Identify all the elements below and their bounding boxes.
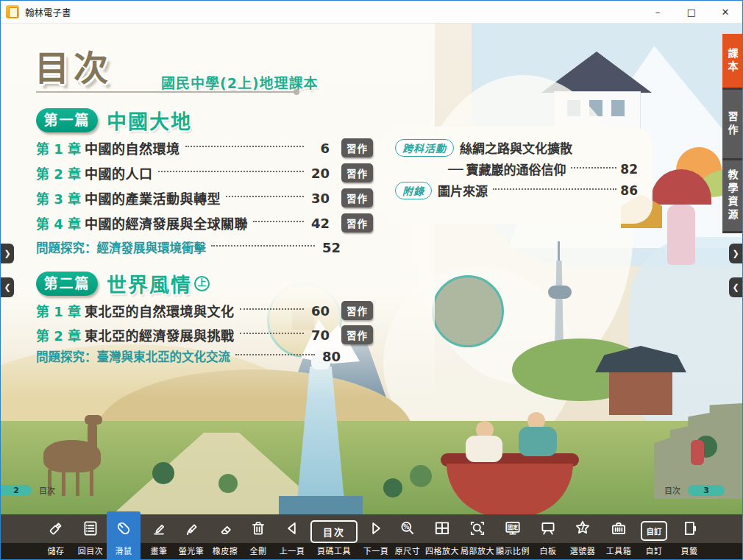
delete-all-button[interactable]: 全刪: [241, 514, 275, 559]
cross-curricular-entry[interactable]: 跨科活動 絲綢之路與文化擴散 ── 寶藏巖的通俗信仰 82: [395, 138, 638, 178]
minimize-button[interactable]: –: [641, 1, 675, 23]
chapter-title: 中國的產業活動與轉型: [85, 188, 221, 208]
entry-title: 圖片來源: [438, 181, 488, 199]
toc-row-s1c1[interactable]: 第 1 章 中國的自然環境 6 習作: [36, 138, 373, 157]
workbook-badge[interactable]: 習作: [341, 325, 373, 344]
area-zoom-button[interactable]: 局部放大: [461, 514, 494, 559]
appendix-badge: 附錄: [395, 182, 432, 199]
chapter-label: 第 1 章: [36, 138, 85, 157]
chapter-label: 第 1 章: [36, 301, 85, 320]
workbook-badge[interactable]: 習作: [341, 138, 373, 157]
tab-workbook[interactable]: 習作: [722, 90, 742, 160]
custom-box-icon: 自訂: [641, 521, 667, 541]
eraser-tool-button[interactable]: 橡皮擦: [208, 514, 242, 559]
quad-zoom-button[interactable]: 四格放大: [425, 514, 459, 559]
tab-label: 教學資源: [725, 169, 740, 222]
tab-textbook[interactable]: 課本: [722, 34, 742, 90]
illustration-tree: [383, 478, 402, 497]
highlighter-tool-button[interactable]: 螢光筆: [174, 514, 208, 559]
page-number: 52: [319, 240, 341, 255]
whiteboard-button[interactable]: 白板: [531, 514, 565, 559]
page-number-pill: 3: [688, 485, 725, 496]
edge-back-left-button[interactable]: ❮: [1, 277, 14, 297]
illustration-photo-circle: [432, 275, 504, 347]
chapter-title: 中國的自然環境: [85, 138, 180, 157]
illustration-house-window: [611, 100, 625, 116]
right-tab-strip: 課本 習作 教學資源: [722, 34, 742, 233]
workbook-badge[interactable]: 習作: [341, 163, 373, 182]
pen-tool-button[interactable]: 畫筆: [142, 514, 176, 559]
section-2-header: 第二篇 世界風情 上: [36, 269, 210, 298]
dotted-leader: [240, 308, 305, 310]
explore-label: 問題探究：: [36, 238, 97, 256]
page-tabs-button[interactable]: 頁籤: [672, 514, 706, 559]
tab-label: 習作: [725, 111, 740, 138]
number-picker-button[interactable]: 7 選號器: [566, 514, 600, 559]
page-number-tool-button[interactable]: 目次 頁碼工具: [307, 514, 360, 559]
next-page-icon: [366, 519, 385, 538]
bottom-toolbar: 儲存 回目次 滑鼠 畫筆 螢光筆 橡皮擦: [1, 514, 742, 559]
chapter-label: 第 2 章: [36, 325, 85, 344]
chapter-label: 第 4 章: [36, 213, 85, 233]
edge-forward-right-button[interactable]: ❯: [729, 244, 742, 263]
workbook-badge[interactable]: 習作: [341, 301, 373, 320]
previous-page-button[interactable]: 上一頁: [275, 514, 309, 559]
section-1-badge: 第一篇: [36, 108, 98, 132]
illustration-tree: [152, 462, 174, 484]
section-1-title: 中國大地: [107, 106, 192, 135]
page-number-box: 目次: [310, 520, 358, 543]
zoom-percent-icon: %: [398, 519, 417, 538]
app-logo-icon: [6, 5, 19, 18]
close-button[interactable]: ✕: [708, 1, 742, 23]
tab-teaching-resources[interactable]: 教學資源: [722, 160, 742, 233]
workbook-badge[interactable]: 習作: [341, 213, 373, 233]
svg-text:固定: 固定: [508, 524, 519, 531]
quad-zoom-icon: [433, 519, 452, 538]
dotted-leader: [571, 166, 616, 169]
toolbox-button[interactable]: 工具箱: [602, 514, 636, 559]
toc-row-s1-explore[interactable]: 問題探究： 經濟發展與環境衝擊 52: [36, 238, 341, 256]
workbook-badge[interactable]: 習作: [341, 188, 373, 208]
area-zoom-icon: [468, 519, 487, 538]
chapter-title: 東北亞的經濟發展與挑戰: [85, 325, 235, 344]
section-1-header: 第一篇 中國大地: [36, 106, 192, 135]
explore-title: 臺灣與東北亞的文化交流: [97, 347, 231, 365]
display-ratio-button[interactable]: 固定 顯示比例: [496, 514, 530, 559]
next-page-button[interactable]: 下一頁: [359, 514, 393, 559]
svg-text:%: %: [403, 523, 409, 531]
toc-row-s1c3[interactable]: 第 3 章 中國的產業活動與轉型 30 習作: [36, 188, 373, 208]
entry-subtitle: 寶藏巖的通俗信仰: [466, 160, 566, 178]
back-to-toc-button[interactable]: 回目次: [74, 514, 107, 559]
toc-row-s2c2[interactable]: 第 2 章 東北亞的經濟發展與挑戰 70 習作: [36, 325, 373, 344]
illustration-monument-base: [279, 496, 363, 516]
section-2-badge: 第二篇: [36, 272, 98, 296]
book-spread: 目次 國民中學(2上)地理課本 第一篇 中國大地 第 1 章 中國的自然環境 6…: [1, 24, 742, 559]
edge-forward-left-button[interactable]: ❯: [1, 244, 14, 263]
illustration-green-field: [1, 421, 742, 517]
footer-label: 目次: [664, 484, 680, 496]
svg-text:7: 7: [580, 524, 585, 531]
toc-row-s1c4[interactable]: 第 4 章 中國的經濟發展與全球關聯 42 習作: [36, 213, 373, 233]
toc-row-s2-explore[interactable]: 問題探究： 臺灣與東北亞的文化交流 80: [36, 347, 341, 365]
toc-row-s1c2[interactable]: 第 2 章 中國的人口 20 習作: [36, 163, 373, 182]
custom-button[interactable]: 自訂 自訂: [637, 514, 671, 559]
page-title: 目次: [35, 40, 113, 91]
entry-title: 絲綢之路與文化擴散: [460, 138, 572, 157]
title-divider: [36, 91, 294, 93]
illustration-gate-body: [609, 372, 672, 415]
illustration-camel-neck: [88, 422, 97, 450]
section-2-title: 世界風情: [107, 269, 192, 298]
explore-title: 經濟發展與環境衝擊: [97, 238, 207, 256]
edge-back-right-button[interactable]: ❮: [729, 277, 742, 297]
footer-right-page: 目次 3: [664, 484, 725, 496]
original-size-button[interactable]: % 原尺寸: [391, 514, 424, 559]
maximize-button[interactable]: □: [675, 1, 708, 23]
save-button[interactable]: 儲存: [39, 514, 73, 559]
app-window: 翰林電子書 – □ ✕: [0, 0, 743, 560]
chapter-title: 中國的經濟發展與全球關聯: [85, 213, 248, 233]
mouse-tool-button[interactable]: 滑鼠: [107, 511, 141, 559]
toc-row-s2c1[interactable]: 第 1 章 東北亞的自然環境與文化 60 習作: [36, 301, 373, 320]
footer-label: 目次: [39, 484, 55, 496]
dotted-leader: [235, 353, 315, 355]
appendix-entry[interactable]: 附錄 圖片來源 86: [395, 181, 638, 199]
